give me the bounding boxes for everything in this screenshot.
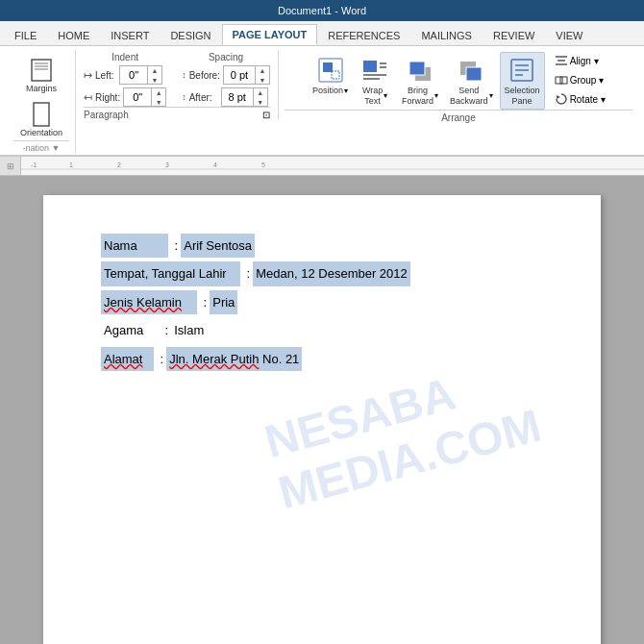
indent-left-down[interactable]: ▼: [148, 75, 161, 85]
spacing-after-spinner: ▲ ▼: [253, 87, 267, 107]
rotate-icon: [555, 92, 568, 106]
align-icon: [555, 54, 568, 67]
doc-row-jenis: Jenis Kelamin : Pria: [101, 290, 543, 314]
send-backward-label: SendBackward: [450, 86, 488, 107]
svg-rect-25: [560, 77, 567, 84]
indent-header: Indent: [84, 52, 166, 62]
spacing-before-input[interactable]: [224, 66, 255, 84]
tab-design[interactable]: DESIGN: [160, 24, 221, 45]
label-nama: Nama: [101, 234, 168, 258]
svg-text:3: 3: [165, 161, 169, 168]
group-button[interactable]: Group ▾: [551, 71, 609, 88]
spacing-after-label: After:: [189, 92, 218, 103]
selection-pane-icon: [507, 55, 537, 86]
spacing-after-input[interactable]: [222, 88, 253, 106]
ruler-scale: -1 1 2 3 4 5: [21, 158, 644, 175]
watermark: NESABAMEDIA.COM: [260, 347, 547, 519]
doc-area: NESABAMEDIA.COM Nama : Arif Sentosa Temp…: [0, 176, 644, 644]
tab-file[interactable]: FILE: [4, 24, 47, 45]
wrap-arrow: ▾: [384, 91, 387, 100]
value-nama: Arif Sentosa: [181, 234, 255, 258]
spacing-after-down[interactable]: ▼: [254, 97, 267, 107]
indent-right-label: Right:: [95, 92, 120, 103]
orientation-label: Orientation: [20, 128, 62, 137]
tab-review[interactable]: REVIEW: [483, 24, 545, 45]
doc-row-alamat: Alamat : Jln. Merak Putih No. 21: [101, 347, 543, 371]
send-backward-button[interactable]: SendBackward ▾: [445, 52, 498, 110]
spacing-after-up[interactable]: ▲: [254, 87, 267, 97]
indent-left-label: Left:: [95, 70, 116, 81]
doc-row-agama: Agama : Islam: [101, 318, 543, 342]
margins-label: Margins: [26, 84, 57, 93]
group-label: Group ▾: [570, 75, 605, 86]
paragraph-group-label: Paragraph: [84, 110, 129, 120]
position-arrow: ▾: [344, 87, 348, 95]
ruler-corner[interactable]: ⊞: [0, 157, 21, 176]
selection-pane-button[interactable]: SelectionPane: [500, 52, 545, 110]
indent-right-up[interactable]: ▲: [152, 87, 165, 97]
svg-rect-16: [466, 67, 482, 81]
tab-insert[interactable]: INSERT: [100, 24, 160, 45]
doc-row-tempat: Tempat, Tanggal Lahir : Medan, 12 Desemb…: [101, 261, 543, 285]
wrap-text-button[interactable]: WrapText ▾: [355, 52, 395, 110]
align-button[interactable]: Align ▾: [551, 52, 609, 69]
doc-row-nama: Nama : Arif Sentosa: [101, 234, 543, 258]
indent-right-input[interactable]: [124, 88, 151, 106]
tab-home[interactable]: HOME: [47, 24, 100, 45]
doc-page: NESABAMEDIA.COM Nama : Arif Sentosa Temp…: [43, 195, 601, 644]
orientation-icon: [28, 101, 55, 128]
spacing-section: Spacing ↕ Before: ▲ ▼ ↕ After:: [182, 52, 270, 107]
margins-icon: [28, 57, 55, 84]
value-tempat: Medan, 12 Desember 2012: [253, 261, 410, 285]
svg-text:1: 1: [69, 161, 73, 168]
paragraph-dialog-launcher[interactable]: ⊡: [262, 110, 270, 120]
ruler-svg: -1 1 2 3 4 5: [21, 158, 644, 175]
label-jenis: Jenis Kelamin: [101, 290, 197, 314]
spacing-before-down[interactable]: ▼: [256, 75, 269, 85]
indent-left-up[interactable]: ▲: [148, 65, 161, 75]
margins-button[interactable]: Margins: [19, 54, 63, 96]
bring-forward-icon: [405, 55, 435, 86]
spacing-after-input-wrapper: ▲ ▼: [221, 87, 268, 107]
page-setup-label: -nation ▼: [13, 140, 69, 153]
indent-left-row: ↦ Left: ▲ ▼: [84, 65, 166, 85]
bring-forward-label: BringForward: [402, 86, 433, 107]
position-button[interactable]: Position ▾: [308, 52, 353, 99]
align-group-rotate: Align ▾ Group ▾ Rotate ▾: [551, 52, 609, 108]
rotate-button[interactable]: Rotate ▾: [551, 90, 609, 108]
bring-forward-button[interactable]: BringForward ▾: [397, 52, 443, 110]
tab-pagelayout[interactable]: PAGE LAYOUT: [222, 24, 318, 45]
tab-references[interactable]: REFERENCES: [317, 24, 410, 45]
spacing-header: Spacing: [182, 52, 270, 62]
tab-mailings[interactable]: MAILINGS: [410, 24, 483, 45]
arrange-group: Position ▾ WrapText ▾: [279, 50, 638, 123]
margins-group: Margins Orientation -nation ▼: [6, 50, 76, 153]
value-jenis: Pria: [210, 290, 237, 314]
sep-alamat: :: [154, 347, 166, 371]
indent-section: Indent ↦ Left: ▲ ▼ ↤ Right:: [84, 52, 166, 107]
spacing-before-up[interactable]: ▲: [256, 65, 269, 75]
title-text: Document1 - Word: [278, 5, 366, 16]
tab-bar: FILE HOME INSERT DESIGN PAGE LAYOUT REFE…: [0, 21, 644, 46]
svg-text:4: 4: [213, 161, 217, 168]
send-arrow: ▾: [489, 91, 493, 100]
title-bar: Document1 - Word: [0, 0, 644, 21]
svg-text:2: 2: [117, 161, 121, 168]
position-label: Position: [312, 86, 343, 96]
value-agama: Islam: [171, 318, 207, 342]
svg-rect-14: [409, 62, 425, 75]
indent-left-input[interactable]: [120, 66, 147, 84]
tab-view[interactable]: VIEW: [545, 24, 593, 45]
value-alamat: Jln. Merak Putih No. 21: [166, 347, 302, 371]
orientation-button[interactable]: Orientation: [13, 98, 69, 140]
wrap-text-icon: [359, 55, 390, 86]
indent-right-down[interactable]: ▼: [152, 97, 165, 107]
indent-left-input-wrapper: ▲ ▼: [119, 65, 162, 85]
selection-pane-label: SelectionPane: [505, 86, 540, 107]
indent-left-icon: ↦: [84, 69, 92, 82]
svg-rect-7: [332, 71, 339, 79]
indent-right-icon: ↤: [84, 91, 92, 104]
position-icon: [315, 55, 346, 86]
label-tempat: Tempat, Tanggal Lahir: [101, 261, 240, 285]
arrange-group-label: Arrange: [285, 110, 632, 123]
